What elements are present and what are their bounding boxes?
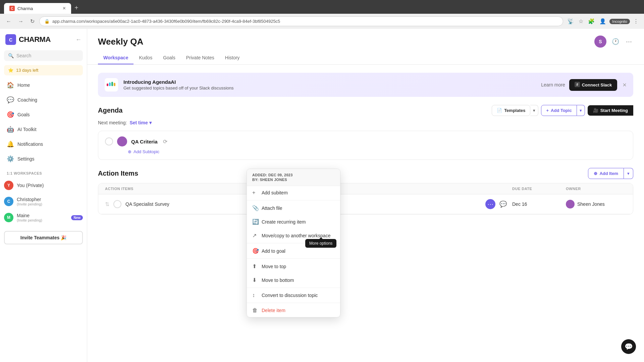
context-menu-move-to-top[interactable]: ⬆ Move to top xyxy=(247,259,340,273)
move-copy-icon: ↗ xyxy=(252,232,258,239)
context-menu-divider-1 xyxy=(247,200,340,200)
delete-icon: 🗑 xyxy=(252,307,258,313)
context-menu-divider-4 xyxy=(247,288,340,288)
move-top-icon: ⬆ xyxy=(252,263,258,269)
context-menu-added-date: ADDED: DEC 09, 2023 xyxy=(252,173,335,177)
tooltip-text: More options xyxy=(309,241,332,246)
context-menu-convert-to-topic[interactable]: ↕ Convert to discussion topic xyxy=(247,289,340,302)
add-to-goal-icon: 🎯 xyxy=(252,248,258,254)
context-menu-move-to-bottom[interactable]: ⬇ Move to bottom xyxy=(247,273,340,287)
context-menu-divider-5 xyxy=(247,303,340,303)
context-menu-attach-file[interactable]: 📎 Attach file xyxy=(247,201,340,215)
context-menu-add-subitem[interactable]: + Add subitem xyxy=(247,186,340,199)
move-bottom-icon: ⬇ xyxy=(252,277,258,283)
convert-icon: ↕ xyxy=(252,292,258,298)
context-menu-delete-item[interactable]: 🗑 Delete item xyxy=(247,304,340,317)
attach-file-icon: 📎 xyxy=(252,205,258,211)
chat-icon: 💬 xyxy=(625,343,633,351)
context-menu-create-recurring[interactable]: 🔄 Create recurring item xyxy=(247,215,340,229)
context-menu-header: ADDED: DEC 09, 2023 BY: SHEEN JONES xyxy=(247,169,340,186)
tooltip: More options xyxy=(305,239,336,248)
context-menu-added-by: BY: SHEEN JONES xyxy=(252,178,335,182)
recurring-icon: 🔄 xyxy=(252,219,258,225)
chat-bubble-button[interactable]: 💬 xyxy=(621,339,636,354)
context-menu-divider-3 xyxy=(247,258,340,259)
add-subitem-icon: + xyxy=(252,190,258,196)
